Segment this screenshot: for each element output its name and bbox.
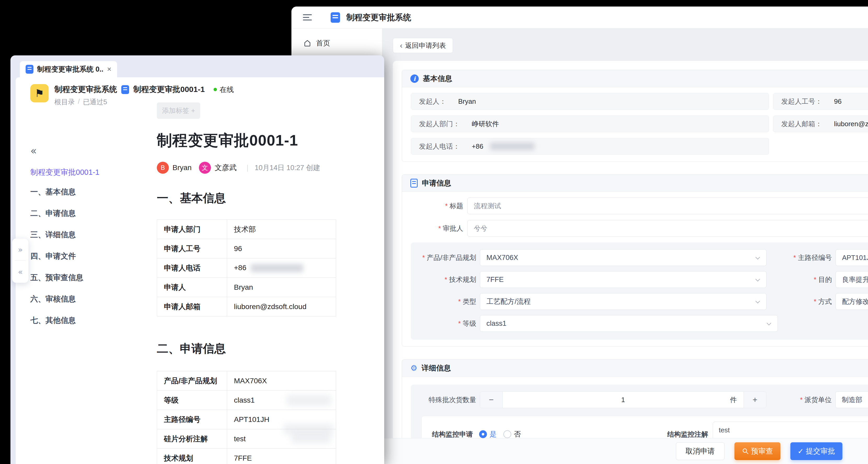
redacted-phone [490, 142, 534, 150]
tab-bar: 制程变更审批系统 0... × [10, 55, 384, 77]
expand-panel-button[interactable]: » [12, 238, 29, 261]
document-meta: B Bryan 文 文彦武 | 10月14日 10:27 创建 [157, 162, 340, 174]
app-doc-icon [331, 12, 340, 23]
table-row: 申请人 Bryan [157, 278, 336, 297]
back-button-label: 返回申请列表 [405, 41, 446, 50]
main-path-input[interactable]: APT101JH [836, 249, 868, 266]
apply-subform: 产品/非产品规划 MAX706X 主路径编号 APT101JH 技 [411, 242, 868, 340]
add-tag-button[interactable]: 添加标签 + [157, 102, 200, 119]
grade-select[interactable]: class1 [480, 315, 778, 332]
field-initiator: 发起人： Bryan [411, 93, 769, 110]
workspace-title[interactable]: 制程变更审批系统 [54, 84, 117, 95]
section-heading-apply: 二、申请信息 [157, 341, 340, 356]
submit-approval-button[interactable]: ✓ 提交审批 [790, 442, 842, 460]
product-select[interactable]: MAX706X [480, 249, 767, 266]
title-input[interactable]: 流程测试 [467, 198, 868, 214]
document-window: 制程变更审批系统 0... × ⚑ 制程变更审批系统 制程变更审批0001-1 … [10, 55, 384, 464]
quantity-unit: 件 [730, 395, 737, 404]
table-row: 产品/非产品规划 MAX706X [157, 371, 336, 391]
outline-active-item[interactable]: 制程变更审批0001-1 [30, 167, 148, 178]
avatar: B [157, 162, 169, 174]
apply-info-header: 申请信息 [402, 174, 868, 192]
main-path-label: 主路径编号 [776, 253, 832, 262]
precheck-button[interactable]: 预审查 [735, 442, 780, 460]
sidebar-item-label: 首页 [316, 38, 330, 48]
document-outline: « 制程变更审批0001-1 一、基本信息 二、申请信息 三、详细信息 四、申请… [30, 145, 148, 328]
section-heading-basic: 一、基本信息 [157, 191, 340, 206]
meta-divider: | [246, 164, 248, 172]
outline-item-4[interactable]: 四、申请文件 [30, 249, 148, 263]
title-label: 标题 [411, 201, 463, 210]
collapse-panel-button[interactable]: « [12, 261, 29, 283]
online-status: 在线 [214, 85, 234, 94]
method-input[interactable]: 配方修改 [836, 293, 868, 310]
redacted-phone [251, 264, 303, 272]
dispatch-unit-input[interactable]: 制造部 [835, 391, 868, 408]
monitor-radio-group: 是 否 [479, 430, 521, 439]
radio-no[interactable]: 否 [503, 430, 521, 439]
back-to-list-button[interactable]: ‹ 返回申请列表 [393, 38, 453, 53]
outline-item-7[interactable]: 七、其他信息 [30, 313, 148, 328]
online-dot-icon [214, 88, 217, 91]
type-select[interactable]: 工艺配方/流程 [480, 293, 767, 310]
monitor-note-label: 结构监控注解 [667, 430, 708, 439]
breadcrumb-current[interactable]: 已通过5 [83, 97, 107, 107]
chevron-down-icon [755, 300, 761, 304]
tech-plan-select[interactable]: 7FFE [480, 271, 767, 288]
quantity-input[interactable]: 1 件 [503, 392, 744, 408]
outline-item-2[interactable]: 二、申请信息 [30, 206, 148, 221]
field-initiator-id: 发起人工号： 96 [773, 93, 868, 110]
product-label: 产品/非产品规划 [421, 253, 476, 262]
check-icon: ✓ [798, 447, 804, 456]
table-row: 申请人部门 技术部 [157, 220, 336, 239]
grade-label: 等级 [421, 319, 476, 328]
outline-item-3[interactable]: 三、详细信息 [30, 228, 148, 242]
status-badge: 在线 [220, 85, 234, 94]
method-label: 方式 [776, 297, 832, 306]
close-icon[interactable]: × [107, 65, 111, 73]
basic-info-header: i 基本信息 [402, 70, 868, 87]
redacted-area [287, 395, 331, 406]
monitor-label: 结构监控申请 [432, 430, 473, 439]
approver-input[interactable]: 兮兮 [467, 220, 868, 237]
author-name[interactable]: 文彦武 [215, 163, 237, 173]
created-timestamp: 10月14日 10:27 创建 [255, 163, 320, 172]
field-initiator-phone: 发起人电话： +86 [411, 138, 769, 155]
gear-icon: ⚙ [410, 364, 417, 372]
outline-item-6[interactable]: 六、审核信息 [30, 292, 148, 306]
info-icon: i [410, 74, 419, 83]
purpose-input[interactable]: 良率提升 [836, 271, 868, 288]
avatar: 文 [199, 162, 211, 174]
basic-info-body: 发起人： Bryan 发起人工号： 96 发起人部门： 峥研软件 [402, 87, 868, 162]
field-initiator-dept: 发起人部门： 峥研软件 [411, 115, 769, 132]
document-tab[interactable]: 制程变更审批系统 0... × [20, 61, 117, 77]
table-row: 主路径编号 APT101JH [157, 410, 336, 429]
stepper-minus-button[interactable]: − [480, 392, 503, 408]
sidebar-item-home[interactable]: 首页 [291, 38, 382, 48]
stepper-plus-button[interactable]: + [744, 392, 766, 408]
cancel-request-button[interactable]: 取消申请 [676, 442, 724, 460]
menu-icon[interactable] [303, 14, 312, 21]
apply-info-body: 标题 流程测试 审批人 兮兮 产品/非产品规划 [402, 192, 868, 346]
table-row: 硅片分析注解 test [157, 429, 336, 449]
collapse-outline-icon[interactable]: « [30, 145, 37, 157]
document-name[interactable]: 制程变更审批0001-1 [133, 84, 205, 95]
flag-icon: ⚑ [30, 84, 49, 102]
document-page: 添加标签 + 制程变更审批0001-1 B Bryan 文 文彦武 | 10月1… [157, 102, 340, 464]
redacted-area [291, 433, 331, 443]
quantity-stepper: − 1 件 + [480, 391, 766, 408]
field-initiator-email: 发起人邮箱： liuboren@zdsoft.cloud [773, 115, 868, 132]
page-title: 制程变更审批0001-1 [157, 130, 340, 151]
author-name[interactable]: Bryan [173, 164, 192, 172]
outline-item-1[interactable]: 一、基本信息 [30, 185, 148, 199]
chevron-down-icon [755, 256, 761, 260]
detail-info-header: ⚙ 详细信息 [402, 360, 868, 377]
tech-plan-label: 技术规划 [421, 275, 476, 284]
qty-label: 特殊批次货数量 [421, 395, 476, 404]
outline-item-5[interactable]: 五、预审查信息 [30, 270, 148, 285]
chevron-left-icon: ‹ [400, 41, 403, 50]
radio-yes[interactable]: 是 [479, 430, 497, 439]
dispatch-unit-label: 派货单位 [776, 395, 832, 404]
breadcrumb-root[interactable]: 根目录 [54, 97, 75, 107]
basic-info-title: 基本信息 [423, 74, 452, 84]
